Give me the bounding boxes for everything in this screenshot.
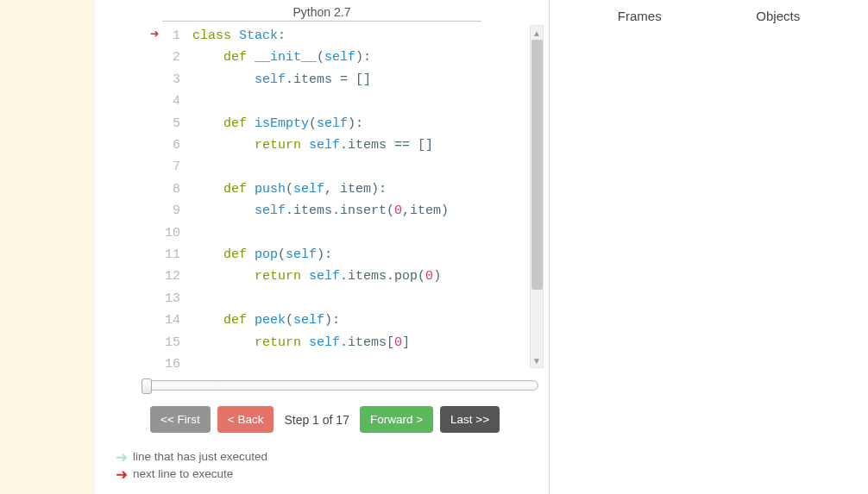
line-source (189, 91, 450, 112)
last-button[interactable]: Last >> (440, 406, 500, 433)
language-label: Python 2.7 (95, 5, 549, 19)
line-number: 16 (164, 353, 189, 368)
line-arrow-cell (95, 310, 164, 331)
line-source: def peek(self): (189, 310, 450, 331)
line-source (189, 156, 450, 178)
line-source: def pop(self): (189, 244, 450, 266)
divider (162, 21, 481, 22)
executed-arrow-icon: ➜ (116, 450, 128, 465)
code-line: 16 (95, 353, 450, 368)
code-line: 5 def isEmpty(self): (95, 113, 450, 134)
code-line: 4 (95, 91, 450, 112)
line-source: class Stack: (189, 25, 450, 47)
slider-rail[interactable] (143, 380, 538, 391)
line-arrow-cell (95, 244, 164, 266)
code-line: 3 self.items = [] (95, 69, 450, 91)
code-line: ➜1class Stack: (95, 25, 450, 47)
code-line: 14 def peek(self): (95, 310, 450, 331)
line-number: 8 (164, 178, 189, 200)
line-source: self.items.insert(0,item) (189, 200, 450, 222)
line-number: 10 (164, 222, 189, 244)
line-arrow-cell (95, 156, 164, 178)
code-line: 11 def pop(self): (95, 244, 450, 266)
line-arrow-cell (95, 69, 164, 91)
line-source: def isEmpty(self): (189, 113, 450, 134)
line-source (189, 288, 450, 310)
line-number: 9 (164, 200, 189, 222)
line-source: return self.items[0] (189, 332, 450, 353)
code-line: 13 (95, 288, 450, 310)
code-line: 6 return self.items == [] (95, 134, 450, 156)
line-arrow-cell (95, 266, 164, 287)
step-label: Step 1 of 17 (284, 413, 349, 427)
code-line: 12 return self.items.pop(0) (95, 266, 450, 287)
line-number: 11 (164, 244, 189, 266)
line-arrow-cell (95, 332, 164, 353)
code-table: ➜1class Stack:2 def __init__(self):3 sel… (95, 25, 450, 368)
line-number: 5 (164, 113, 189, 134)
line-number: 4 (164, 91, 189, 112)
line-arrow-cell: ➜ (95, 25, 164, 47)
line-number: 3 (164, 69, 189, 91)
line-source: def push(self, item): (189, 178, 450, 200)
line-arrow-cell (95, 91, 164, 112)
visualization-panel: Frames Objects (549, 0, 868, 494)
legend-executed-text: line that has just executed (133, 448, 267, 466)
line-source: self.items = [] (189, 69, 450, 91)
next-line-arrow-icon: ➜ (150, 27, 159, 43)
scrollbar-down-icon[interactable]: ▼ (531, 353, 543, 367)
vis-headers: Frames Objects (550, 0, 868, 23)
next-arrow-icon: ➜ (116, 467, 128, 482)
code-line: 15 return self.items[0] (95, 332, 450, 353)
code-panel: Python 2.7 ➜1class Stack:2 def __init__(… (95, 0, 549, 494)
line-number: 1 (164, 25, 189, 47)
legend: ➜ line that has just executed ➜ next lin… (116, 448, 549, 483)
scrollbar-up-icon[interactable]: ▲ (531, 26, 543, 40)
scrollbar-thumb[interactable] (531, 40, 543, 290)
line-source: return self.items == [] (189, 134, 450, 156)
legend-next: ➜ next line to execute (116, 466, 549, 483)
code-line: 10 (95, 222, 450, 244)
line-arrow-cell (95, 178, 164, 200)
line-arrow-cell (95, 113, 164, 134)
line-number: 13 (164, 288, 189, 310)
code-scroll-area: ➜1class Stack:2 def __init__(self):3 sel… (95, 25, 544, 368)
line-number: 7 (164, 156, 189, 178)
line-source: return self.items.pop(0) (189, 266, 450, 287)
step-controls: << First < Back Step 1 of 17 Forward > L… (150, 406, 549, 433)
back-button[interactable]: < Back (217, 406, 274, 433)
line-arrow-cell (95, 222, 164, 244)
code-line: 7 (95, 156, 450, 178)
line-number: 12 (164, 266, 189, 287)
scrollbar-vertical[interactable]: ▲ ▼ (530, 25, 544, 368)
line-number: 14 (164, 310, 189, 331)
code-line: 9 self.items.insert(0,item) (95, 200, 450, 222)
line-source (189, 353, 450, 368)
line-source: def __init__(self): (189, 47, 450, 68)
line-number: 2 (164, 47, 189, 68)
line-arrow-cell (95, 47, 164, 68)
forward-button[interactable]: Forward > (360, 406, 433, 433)
line-arrow-cell (95, 134, 164, 156)
slider-knob[interactable] (142, 378, 152, 394)
code-line: 8 def push(self, item): (95, 178, 450, 200)
line-arrow-cell (95, 200, 164, 222)
page-left-margin (0, 0, 95, 494)
step-slider[interactable] (143, 380, 538, 391)
frames-header: Frames (618, 9, 662, 23)
line-arrow-cell (95, 288, 164, 310)
line-arrow-cell (95, 353, 164, 368)
legend-next-text: next line to execute (133, 466, 233, 483)
code-body: ➜1class Stack:2 def __init__(self):3 sel… (95, 25, 530, 368)
code-line: 2 def __init__(self): (95, 47, 450, 68)
line-number: 15 (164, 332, 189, 353)
line-source (189, 222, 450, 244)
legend-executed: ➜ line that has just executed (116, 448, 549, 466)
line-number: 6 (164, 134, 189, 156)
first-button[interactable]: << First (150, 406, 211, 433)
objects-header: Objects (756, 9, 800, 23)
